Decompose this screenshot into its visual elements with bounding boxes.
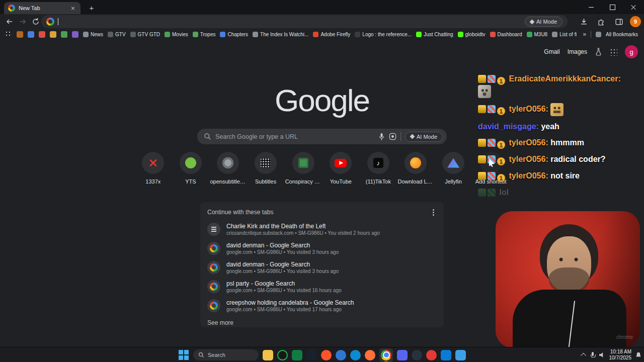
tray-mic-icon[interactable] xyxy=(591,352,595,358)
recent-tab-item[interactable]: psl party - Google Search google.com • S… xyxy=(207,277,437,296)
close-button[interactable] xyxy=(623,0,644,14)
windows-start-button[interactable] xyxy=(178,349,189,360)
shortcut-1337x[interactable]: 1337x xyxy=(134,152,172,185)
bookmark-item-news[interactable]: News xyxy=(83,32,103,37)
profile-avatar[interactable]: 9 xyxy=(630,16,641,27)
new-tab-button[interactable]: + xyxy=(87,3,97,13)
bookmark-icon xyxy=(108,32,113,37)
maximize-button[interactable] xyxy=(602,0,623,14)
search-ai-mode-chip[interactable]: AI Mode xyxy=(405,132,443,142)
firefox-icon[interactable] xyxy=(365,350,375,360)
labs-flask-icon[interactable] xyxy=(595,48,602,56)
all-bookmarks-label[interactable]: All Bookmarks xyxy=(606,32,638,37)
back-icon[interactable] xyxy=(3,15,16,28)
bookmark-favicon[interactable] xyxy=(61,31,67,38)
bookmarks-overflow-chevron[interactable]: » xyxy=(583,31,586,38)
chat-username[interactable]: tylerO056: xyxy=(509,138,548,147)
reload-icon[interactable] xyxy=(29,15,42,28)
see-more-link[interactable]: See more xyxy=(207,319,437,326)
bookmark-favicon[interactable] xyxy=(50,31,56,38)
spotify-icon[interactable] xyxy=(277,350,288,360)
notepad-icon[interactable] xyxy=(455,350,466,360)
shortcut-tile xyxy=(405,152,427,174)
bookmark-item-movies[interactable]: Movies xyxy=(165,32,188,37)
tab-close-icon[interactable] xyxy=(69,5,76,12)
bookmark-item-adobe-firefly[interactable]: Adobe Firefly xyxy=(313,32,350,37)
chrome-icon-active[interactable] xyxy=(379,348,393,362)
bookmark-item-gtv[interactable]: GTV xyxy=(108,32,126,37)
1337x-icon xyxy=(148,158,158,168)
more-options-icon[interactable] xyxy=(433,212,434,213)
discord-icon[interactable] xyxy=(397,350,408,360)
ai-mode-chip[interactable]: AI Mode xyxy=(525,17,562,27)
gmail-link[interactable]: Gmail xyxy=(544,48,559,55)
shortcut-label: Jellyfin xyxy=(445,178,462,185)
bookmark-item-tropes[interactable]: Tropes xyxy=(193,32,216,37)
tray-volume-icon[interactable] xyxy=(599,352,605,358)
recent-tab-item[interactable]: david denman - Google Search google.com … xyxy=(207,239,437,258)
apps-grid-icon[interactable] xyxy=(5,31,12,38)
bookmark-item-just-chatting[interactable]: Just Chatting xyxy=(416,32,453,37)
chat-text: hmmmm xyxy=(550,138,584,147)
google-lens-icon[interactable] xyxy=(389,133,396,140)
bookmark-item-the-index[interactable]: The Index Is Watchi... xyxy=(253,32,308,37)
recent-tab-item[interactable]: Charlie Kirk and the Death of the Left c… xyxy=(207,220,437,239)
bookmark-item-m3u8[interactable]: M3U8 xyxy=(527,32,548,37)
edge-icon[interactable] xyxy=(350,350,361,360)
recent-tab-item[interactable]: creepshow holding candelabra - Google Se… xyxy=(207,296,437,315)
notification-bell-icon[interactable] xyxy=(636,352,641,358)
chat-username[interactable]: david_misgage: xyxy=(478,122,539,131)
chat-username[interactable]: tylerO056: xyxy=(509,105,548,113)
google-apps-grid-icon[interactable] xyxy=(610,48,617,56)
chat-username[interactable]: tylerO056: xyxy=(509,171,548,180)
4k-downloader-icon[interactable] xyxy=(306,350,317,360)
bookmark-favicon[interactable] xyxy=(17,31,23,38)
excel-icon[interactable] xyxy=(292,350,302,360)
bookmark-item-dashboard[interactable]: Dashboard xyxy=(490,32,522,37)
side-panel-icon[interactable] xyxy=(612,15,625,28)
shortcut-yts[interactable]: YTS xyxy=(172,152,210,185)
bookmark-item-gtv-gtd[interactable]: GTV GTD xyxy=(130,32,160,37)
bookmark-favicon[interactable] xyxy=(72,31,78,38)
browser-tab[interactable]: New Tab xyxy=(4,2,80,14)
shortcut-tiktok[interactable]: (11)TikTok xyxy=(360,152,397,185)
steam-icon[interactable] xyxy=(412,350,422,360)
taskbar-search[interactable]: Search xyxy=(193,349,259,360)
account-avatar[interactable]: g xyxy=(625,45,638,58)
minimize-button[interactable] xyxy=(581,0,602,14)
chat-username[interactable]: EradicateAmerikkkanCancer: xyxy=(509,74,620,83)
youtube-music-icon[interactable] xyxy=(426,350,437,360)
shortcut-subtitles[interactable]: Subtitles xyxy=(247,152,285,185)
bookmark-label: Dashboard xyxy=(498,32,522,37)
bookmark-item-logo-reference[interactable]: Logo : the reference... xyxy=(355,32,412,37)
bookmark-favicon[interactable] xyxy=(28,31,34,38)
shortcut-download-la[interactable]: Download La... xyxy=(397,152,435,185)
bookmark-item-globoidtv[interactable]: globoidtv xyxy=(458,32,486,37)
tray-clock[interactable]: 10:18 AM 10/7/2025 xyxy=(609,349,632,361)
shortcut-opensubtitles[interactable]: opensubtitles... xyxy=(209,152,247,185)
bookmark-favicon[interactable] xyxy=(39,31,45,38)
file-explorer-icon[interactable] xyxy=(263,350,273,360)
chat-message: david_misgage: yeah xyxy=(478,121,642,132)
shortcut-conspiracy[interactable]: Conspiracy M... xyxy=(284,152,322,185)
bookmark-icon xyxy=(130,32,136,37)
images-link[interactable]: Images xyxy=(568,48,587,55)
vscode-icon[interactable] xyxy=(441,350,451,360)
extensions-puzzle-icon[interactable] xyxy=(595,15,608,28)
media-player-icon[interactable] xyxy=(336,350,346,360)
download-icon[interactable] xyxy=(577,15,590,28)
shortcut-jellyfin[interactable]: Jellyfin xyxy=(435,152,472,185)
forward-icon[interactable] xyxy=(16,15,29,28)
shortcut-youtube[interactable]: YouTube xyxy=(322,152,360,185)
chat-username[interactable]: tylerO056: xyxy=(509,155,548,163)
bookmarks-bar: News GTV GTV GTD Movies Tropes Chapters … xyxy=(0,29,644,39)
voice-search-mic-icon[interactable] xyxy=(378,133,385,141)
crown-badge-icon xyxy=(478,172,486,180)
brave-icon[interactable] xyxy=(321,350,332,360)
address-bar[interactable]: AI Mode xyxy=(41,15,568,28)
bookmark-item-chapters[interactable]: Chapters xyxy=(220,32,248,37)
search-box[interactable]: Search Google or type a URL AI Mode xyxy=(197,129,447,144)
taskbar-search-placeholder: Search xyxy=(208,352,225,358)
continue-tabs-card: Continue with these tabs Charlie Kirk an… xyxy=(200,202,444,327)
recent-tab-item[interactable]: david denman - Google Search google.com … xyxy=(207,258,437,277)
